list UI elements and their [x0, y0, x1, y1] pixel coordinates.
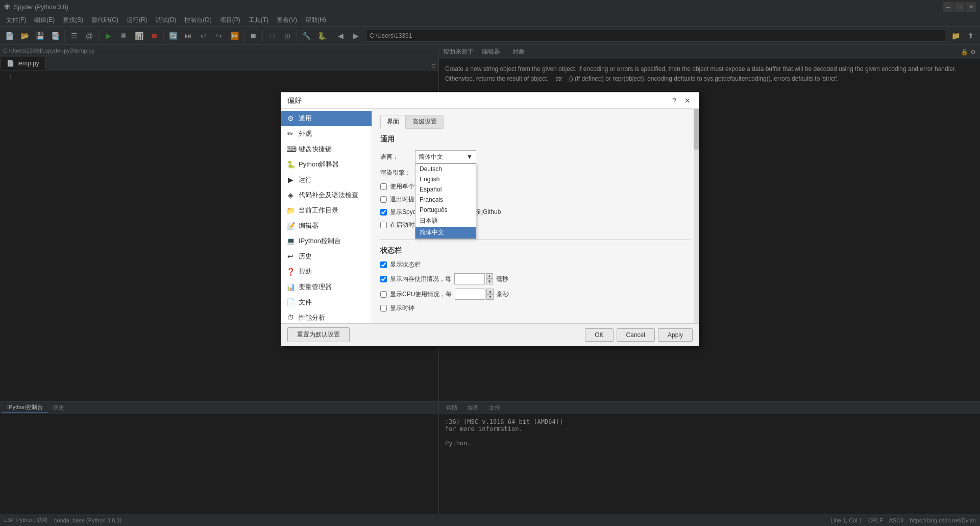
sidebar-label-completion: 代码补全及语法检查	[299, 190, 358, 200]
completion-icon: ◈	[286, 191, 295, 199]
sidebar-item-varexp[interactable]: 📊 变量管理器	[281, 279, 372, 295]
status-cb-label-2: 显示内存使用情况，每	[390, 275, 451, 283]
dialog-close-button[interactable]: ✕	[682, 95, 693, 106]
checkbox-show-cpu[interactable]	[380, 291, 387, 298]
status-cb-label-3: 显示CPU使用情况，每	[390, 290, 452, 299]
sidebar-item-editor[interactable]: 📝 编辑器	[281, 218, 372, 233]
dialog-titlebar-controls: ? ✕	[669, 95, 693, 106]
sidebar-label-files: 文件	[299, 298, 312, 307]
sidebar-label-profiler: 性能分析	[299, 313, 325, 322]
footer-btn-group: OK Cancel Apply	[585, 328, 693, 342]
checkbox-check-updates[interactable]	[380, 222, 387, 228]
dialog-titlebar: 偏好 ? ✕	[281, 92, 699, 109]
sidebar-label-shortcuts: 键盘快捷键	[299, 145, 332, 154]
dialog-sidebar: ⚙ 通用 ✏ 外观 ⌨ 键盘快捷键 🐍 Python解释器 ▶ 运行	[281, 109, 372, 323]
sidebar-label-help: 帮助	[299, 267, 312, 276]
apply-button[interactable]: Apply	[658, 328, 693, 342]
shortcuts-icon: ⌨	[286, 145, 295, 153]
checkbox-exit-prompt[interactable]	[380, 196, 387, 203]
memory-spinner: 2000 ▲ ▼	[454, 273, 493, 284]
checkbox-show-clock[interactable]	[380, 305, 387, 312]
sidebar-label-ipython: IPython控制台	[299, 236, 341, 246]
language-row: 语言： 简体中文 ▼ Deutsch English Español Franç…	[380, 150, 691, 163]
sidebar-item-shortcuts[interactable]: ⌨ 键盘快捷键	[281, 141, 372, 157]
varexp-icon: 📊	[286, 283, 295, 291]
status-cb-row-1: 显示状态栏	[380, 260, 691, 269]
lang-japanese[interactable]: 日本語	[415, 215, 476, 227]
status-cb-label-4: 显示时钟	[390, 304, 414, 313]
checkbox-single-font[interactable]	[380, 183, 387, 190]
cpu-value-input[interactable]: 2000	[455, 289, 485, 300]
cpu-spinner: 2000 ▲ ▼	[455, 289, 494, 300]
cpu-ms-label: 毫秒	[497, 290, 509, 299]
reset-defaults-button[interactable]: 重置为默认设置	[287, 327, 350, 342]
sidebar-label-run: 运行	[299, 175, 312, 184]
status-cb-row-3: 显示CPU使用情况，每 2000 ▲ ▼ 毫秒	[380, 289, 691, 300]
lang-chinese[interactable]: 简体中文	[415, 227, 476, 238]
language-dropdown: Deutsch English Español Français Portugu…	[415, 163, 476, 239]
sidebar-label-appearance: 外观	[299, 129, 312, 138]
sidebar-item-appearance[interactable]: ✏ 外观	[281, 126, 372, 141]
dialog-main: 界面 高级设置 通用 语言： 简体中文 ▼ Deutsch	[372, 109, 699, 323]
workdir-icon: 📁	[286, 206, 295, 214]
general-icon: ⚙	[286, 114, 295, 123]
dialog-help-button[interactable]: ?	[669, 95, 679, 106]
sidebar-item-files[interactable]: 📄 文件	[281, 295, 372, 310]
section-divider	[380, 240, 691, 240]
dialog-scrollbar[interactable]	[694, 109, 699, 323]
status-cb-label-1: 显示状态栏	[390, 260, 421, 269]
language-label: 语言：	[380, 153, 411, 161]
editor-icon: 📝	[286, 222, 295, 230]
files-icon: 📄	[286, 298, 295, 306]
language-select[interactable]: 简体中文 ▼	[415, 150, 476, 163]
lang-english[interactable]: English	[415, 174, 476, 184]
checkbox-show-memory[interactable]	[380, 276, 387, 282]
history-icon: ↩	[286, 252, 295, 260]
lang-francais[interactable]: Français	[415, 195, 476, 205]
sidebar-label-history: 历史	[299, 252, 312, 261]
dialog-scroll-thumb	[694, 109, 699, 150]
profiler-icon: ⏱	[286, 314, 295, 322]
sidebar-label-python: Python解释器	[299, 160, 339, 169]
sidebar-item-completion[interactable]: ◈ 代码补全及语法检查	[281, 187, 372, 203]
cancel-button[interactable]: Cancel	[617, 328, 655, 342]
render-label: 渲染引擎：	[380, 169, 411, 177]
sidebar-item-run[interactable]: ▶ 运行	[281, 172, 372, 187]
section-general-title: 通用	[380, 135, 691, 144]
dialog-body: ⚙ 通用 ✏ 外观 ⌨ 键盘快捷键 🐍 Python解释器 ▶ 运行	[281, 109, 699, 323]
sidebar-item-ipython[interactable]: 💻 IPython控制台	[281, 233, 372, 249]
tab-advanced[interactable]: 高级设置	[406, 115, 444, 129]
memory-ms-label: 毫秒	[496, 275, 508, 283]
selected-language: 简体中文	[419, 153, 443, 161]
checkbox-show-statusbar[interactable]	[380, 261, 387, 268]
sidebar-item-history[interactable]: ↩ 历史	[281, 249, 372, 264]
sidebar-item-general[interactable]: ⚙ 通用	[281, 111, 372, 126]
ok-button[interactable]: OK	[585, 328, 613, 342]
tab-interface[interactable]: 界面	[380, 115, 406, 129]
cpu-spin-up[interactable]: ▲	[486, 289, 494, 294]
sidebar-label-workdir: 当前工作目录	[299, 206, 338, 215]
dialog-overlay: 偏好 ? ✕ ⚙ 通用 ✏ 外观 ⌨ 键盘快捷键	[0, 0, 980, 526]
ipython-icon: 💻	[286, 237, 295, 245]
sidebar-item-workdir[interactable]: 📁 当前工作目录	[281, 203, 372, 218]
sidebar-label-varexp: 变量管理器	[299, 282, 332, 292]
memory-spin-down[interactable]: ▼	[486, 279, 493, 284]
preferences-dialog: 偏好 ? ✕ ⚙ 通用 ✏ 外观 ⌨ 键盘快捷键	[281, 92, 699, 346]
sidebar-label-general: 通用	[299, 114, 312, 123]
memory-spin-arrows: ▲ ▼	[486, 273, 493, 284]
lang-deutsch[interactable]: Deutsch	[415, 164, 476, 174]
memory-spin-up[interactable]: ▲	[486, 273, 493, 279]
python-icon: 🐍	[286, 160, 295, 169]
status-cb-row-2: 显示内存使用情况，每 2000 ▲ ▼ 毫秒	[380, 273, 691, 284]
lang-espanol[interactable]: Español	[415, 184, 476, 195]
dialog-footer: 重置为默认设置 OK Cancel Apply	[281, 323, 699, 346]
sidebar-item-help[interactable]: ❓ 帮助	[281, 264, 372, 279]
sidebar-item-python[interactable]: 🐍 Python解释器	[281, 157, 372, 172]
run-icon: ▶	[286, 176, 295, 184]
lang-portugues[interactable]: Português	[415, 205, 476, 215]
memory-value-input[interactable]: 2000	[454, 273, 485, 284]
cpu-spin-arrows: ▲ ▼	[486, 289, 494, 300]
sidebar-item-profiler[interactable]: ⏱ 性能分析	[281, 310, 372, 323]
checkbox-github-report[interactable]	[380, 209, 387, 216]
cpu-spin-down[interactable]: ▼	[486, 294, 494, 300]
